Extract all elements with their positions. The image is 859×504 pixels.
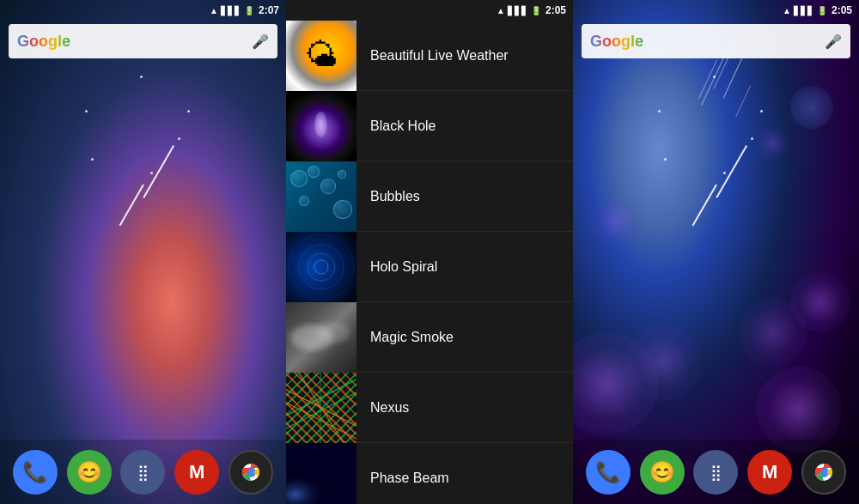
minute-hand — [143, 145, 174, 197]
middle-status-icons: ▲ ▋▋▋ 🔋 2:05 — [497, 4, 566, 16]
right-clock-widget — [648, 69, 785, 206]
chrome-svg-right — [808, 457, 839, 488]
thumb-phase-beam — [286, 443, 356, 505]
left-status-icons: ▲ ▋▋▋ 🔋 2:07 — [210, 4, 279, 16]
thumb-beautiful-live-weather: 🌤 — [286, 21, 356, 91]
svg-point-2 — [314, 260, 328, 274]
signal-icon: ▋▋▋ — [794, 6, 814, 15]
clock-dot — [751, 137, 753, 140]
svg-line-11 — [286, 380, 356, 416]
thumb-black-hole — [286, 91, 356, 161]
left-search-bar[interactable]: Google 🎤 — [9, 24, 277, 58]
middle-time: 2:05 — [545, 4, 566, 16]
clock-dot — [664, 158, 667, 161]
battery-icon: 🔋 — [531, 6, 541, 15]
wifi-icon: ▲ — [210, 6, 218, 15]
svg-line-13 — [299, 373, 344, 443]
chrome-icon-right[interactable] — [801, 450, 846, 495]
middle-panel: ▲ ▋▋▋ 🔋 2:05 🌤 Beautiful Live Weather Bl… — [286, 0, 573, 504]
right-dock: 📞 😊 ⣿ M — [573, 440, 859, 504]
wallpaper-item-nexus[interactable]: Nexus — [286, 373, 573, 443]
google-logo-right: Google — [590, 33, 643, 51]
bokeh-circle — [790, 86, 833, 129]
wallpaper-item-phase-beam[interactable]: Phase Beam — [286, 443, 573, 504]
battery-icon: 🔋 — [817, 6, 827, 15]
mic-icon[interactable]: 🎤 — [252, 33, 269, 50]
clock-dot — [187, 110, 190, 112]
wallpaper-name-black-hole: Black Hole — [356, 118, 573, 134]
wallpaper-item-beautiful-live-weather[interactable]: 🌤 Beautiful Live Weather — [286, 21, 573, 91]
bokeh-circle — [739, 298, 807, 367]
apps-icon[interactable]: ⣿ — [120, 450, 165, 495]
wallpaper-name-nexus: Nexus — [356, 400, 573, 416]
thumb-nexus — [286, 373, 356, 443]
clock-face — [75, 69, 212, 206]
right-clock-face — [648, 69, 785, 206]
wifi-icon: ▲ — [783, 6, 791, 15]
right-minute-hand — [716, 145, 746, 197]
clock-dot — [150, 172, 153, 174]
battery-icon: 🔋 — [244, 6, 254, 15]
svg-point-3 — [308, 253, 335, 281]
wallpaper-item-black-hole[interactable]: Black Hole — [286, 91, 573, 161]
clock-dot — [178, 137, 180, 140]
right-time: 2:05 — [832, 4, 852, 16]
google-logo: Google — [17, 33, 70, 51]
gmail-icon-right[interactable]: M — [747, 450, 792, 495]
clock-dot — [85, 110, 88, 112]
right-status-bar: ▲ ▋▋▋ 🔋 2:05 — [573, 0, 859, 21]
chrome-svg — [235, 457, 266, 488]
phone-icon-right[interactable]: 📞 — [586, 450, 631, 495]
wallpaper-item-holo-spiral[interactable]: Holo Spiral — [286, 232, 573, 302]
left-dock: 📞 😊 ⣿ M — [0, 440, 286, 504]
wallpaper-name-holo-spiral: Holo Spiral — [356, 259, 573, 275]
left-time: 2:07 — [259, 4, 279, 16]
left-panel: ▲ ▋▋▋ 🔋 2:07 Google 🎤 📞 😊 — [0, 0, 286, 504]
left-status-bar: ▲ ▋▋▋ 🔋 2:07 — [0, 0, 286, 21]
svg-point-5 — [289, 234, 354, 300]
middle-status-bar: ▲ ▋▋▋ 🔋 2:05 — [286, 0, 573, 21]
clock-dot — [723, 172, 726, 174]
wallpaper-name-bubbles: Bubbles — [356, 189, 573, 204]
wallpaper-name-beautiful-live-weather: Beautiful Live Weather — [356, 48, 573, 64]
mic-icon-right[interactable]: 🎤 — [825, 33, 842, 50]
contacts-icon-right[interactable]: 😊 — [640, 450, 685, 495]
signal-icon: ▋▋▋ — [508, 6, 528, 15]
wallpaper-name-phase-beam: Phase Beam — [356, 471, 573, 486]
signal-icon: ▋▋▋ — [221, 6, 241, 15]
wallpaper-item-bubbles[interactable]: Bubbles — [286, 161, 573, 232]
svg-rect-8 — [286, 373, 356, 443]
gmail-icon[interactable]: M — [174, 450, 219, 495]
clock-dot — [91, 158, 94, 161]
apps-icon-right[interactable]: ⣿ — [693, 450, 738, 495]
wallpaper-item-magic-smoke[interactable]: Magic Smoke — [286, 302, 573, 373]
thumb-bubbles — [286, 161, 356, 232]
clock-dot — [140, 76, 143, 78]
bokeh-circle — [624, 324, 702, 401]
svg-line-10 — [286, 403, 356, 439]
thumb-magic-smoke — [286, 302, 356, 373]
wallpaper-name-magic-smoke: Magic Smoke — [356, 330, 573, 345]
right-status-icons: ▲ ▋▋▋ 🔋 2:05 — [783, 4, 852, 16]
clock-dot — [760, 110, 763, 112]
wifi-icon: ▲ — [497, 6, 505, 15]
clock-widget — [75, 69, 212, 206]
bokeh-circle — [590, 195, 642, 246]
svg-point-4 — [299, 245, 344, 289]
contacts-icon[interactable]: 😊 — [67, 450, 112, 495]
chrome-icon[interactable] — [228, 450, 273, 495]
clock-dot — [658, 110, 661, 112]
thumb-holo-spiral — [286, 232, 356, 302]
svg-line-12 — [286, 392, 356, 428]
svg-line-9 — [286, 390, 356, 426]
wallpaper-list: 🌤 Beautiful Live Weather Black Hole — [286, 21, 573, 504]
phone-icon[interactable]: 📞 — [13, 450, 58, 495]
clock-dot — [713, 76, 716, 78]
right-panel: ▲ ▋▋▋ 🔋 2:05 Google 🎤 📞 😊 — [573, 0, 859, 504]
svg-point-7 — [316, 322, 350, 343]
right-search-bar[interactable]: Google 🎤 — [582, 24, 850, 58]
